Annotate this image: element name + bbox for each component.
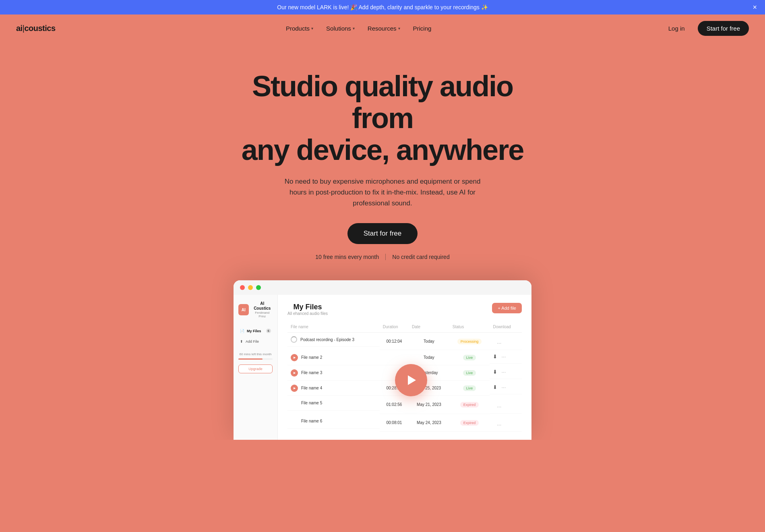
file-name: File name 6 xyxy=(301,419,322,423)
play-icon: ▶ xyxy=(291,369,298,377)
nav-item-pricing[interactable]: Pricing xyxy=(408,23,436,34)
status-badge: Expired xyxy=(460,402,479,408)
nav-right: Log in Start for free xyxy=(662,21,749,36)
sidebar-logo: AI AI Coustics Ferdinand Prinz xyxy=(238,301,273,318)
empty-icon xyxy=(291,417,298,424)
file-download-cell[interactable]: ⬇ ··· xyxy=(490,365,522,379)
file-download-cell[interactable]: ··· xyxy=(490,400,522,414)
file-date-cell: May 21, 2023 xyxy=(409,396,449,414)
hero-headline: Studio quality audio from any device, an… xyxy=(221,70,544,166)
divider xyxy=(385,254,386,260)
sidebar-logo-name: AI Coustics xyxy=(252,301,273,311)
file-date-cell: Today xyxy=(409,333,449,350)
sidebar-progress-fill xyxy=(238,358,263,360)
hero-subtext: No need to buy expensive microphones and… xyxy=(278,176,487,209)
file-icon: 📄 xyxy=(240,329,244,333)
more-options-icon[interactable]: ··· xyxy=(501,384,506,390)
download-icon[interactable]: ⬇ xyxy=(493,384,497,390)
file-status-cell: Expired xyxy=(449,396,490,414)
download-icon[interactable]: ⬇ xyxy=(493,369,497,375)
sidebar-item-addfile[interactable]: ⬆ Add File xyxy=(238,337,273,346)
table-header-row: File name Duration Date Status Download xyxy=(287,323,522,333)
file-duration-cell: 00:12:04 xyxy=(380,333,409,350)
announcement-text: Our new model LARK is live! 🎉 Add depth,… xyxy=(277,4,488,10)
col-header-status: Status xyxy=(449,323,490,333)
nav-link-solutions[interactable]: Solutions ▾ xyxy=(321,23,360,34)
app-body: AI AI Coustics Ferdinand Prinz 📄 My File… xyxy=(234,295,531,440)
file-download-cell[interactable]: ⬇ ··· xyxy=(490,381,522,394)
app-main-content: My Files All ehanced audio files + Add f… xyxy=(278,295,531,440)
status-badge: Processing xyxy=(457,339,482,344)
spinner-icon xyxy=(291,336,297,343)
download-icon[interactable]: ⬇ xyxy=(493,354,497,360)
file-duration-cell: 01:02:56 xyxy=(380,396,409,414)
play-icon: ▶ xyxy=(291,385,298,392)
file-name-cell: ▶ File name 2 xyxy=(287,350,380,365)
titlebar-dot-yellow xyxy=(248,285,253,290)
add-icon: ⬆ xyxy=(240,339,243,344)
announcement-close-button[interactable]: × xyxy=(753,4,757,11)
hero-sub-info: 10 free mins every month No credit card … xyxy=(8,254,757,260)
upgrade-button[interactable]: Upgrade xyxy=(238,364,273,373)
file-name: File name 3 xyxy=(301,371,322,375)
table-row: File name 6 00:08:01 May 24, 2023 Expire… xyxy=(287,414,522,432)
login-link[interactable]: Log in xyxy=(662,22,691,35)
sidebar-logo-icon: AI xyxy=(238,304,249,315)
app-sidebar: AI AI Coustics Ferdinand Prinz 📄 My File… xyxy=(234,295,278,440)
file-name-cell: ▶ File name 3 xyxy=(287,366,380,381)
main-subtitle: All ehanced audio files xyxy=(287,311,328,316)
nav-links: Products ▾ Solutions ▾ Resources ▾ Prici… xyxy=(281,23,436,34)
more-options-icon[interactable]: ··· xyxy=(497,404,501,410)
hero-start-free-button[interactable]: Start for free xyxy=(347,223,418,244)
app-preview: AI AI Coustics Ferdinand Prinz 📄 My File… xyxy=(234,280,531,440)
file-status-cell: Live xyxy=(449,365,490,381)
status-badge: Expired xyxy=(460,420,479,426)
more-options-icon[interactable]: ··· xyxy=(501,354,506,360)
nav-item-products[interactable]: Products ▾ xyxy=(281,23,318,34)
logo[interactable]: ai|coustics xyxy=(16,24,56,33)
col-header-download: Download xyxy=(490,323,522,333)
more-options-icon[interactable]: ··· xyxy=(497,422,501,428)
nav-link-pricing[interactable]: Pricing xyxy=(408,23,436,34)
col-header-date: Date xyxy=(409,323,449,333)
col-header-duration: Duration xyxy=(380,323,409,333)
file-status-cell: Processing xyxy=(449,333,490,350)
table-row: File name 5 01:02:56 May 21, 2023 Expire… xyxy=(287,396,522,414)
nav-item-solutions[interactable]: Solutions ▾ xyxy=(321,23,360,34)
chevron-down-icon: ▾ xyxy=(353,26,355,31)
hero-free-mins: 10 free mins every month xyxy=(315,254,379,260)
file-status-cell: Live xyxy=(449,350,490,365)
announcement-banner: Our new model LARK is live! 🎉 Add depth,… xyxy=(0,0,765,14)
file-download-cell[interactable]: ⬇ ··· xyxy=(490,350,522,364)
file-download-cell[interactable]: ··· xyxy=(490,418,522,432)
file-name-cell: File name 5 xyxy=(287,396,380,411)
empty-icon xyxy=(291,400,298,407)
file-date-cell: May 24, 2023 xyxy=(409,414,449,432)
files-count-badge: 6 xyxy=(266,329,271,333)
play-overlay-button[interactable] xyxy=(395,364,427,396)
main-header: My Files All ehanced audio files + Add f… xyxy=(287,303,522,321)
nav-link-products[interactable]: Products ▾ xyxy=(281,23,318,34)
file-name-cell: ▶ File name 4 xyxy=(287,381,380,396)
app-titlebar xyxy=(234,280,531,295)
more-options-icon[interactable]: ··· xyxy=(497,340,501,346)
file-name: File name 2 xyxy=(301,355,322,360)
file-download-cell[interactable]: ··· xyxy=(490,336,522,350)
file-date-cell: Today xyxy=(409,350,449,365)
navbar: ai|coustics Products ▾ Solutions ▾ Resou… xyxy=(0,14,765,42)
nav-item-resources[interactable]: Resources ▾ xyxy=(363,23,405,34)
status-badge: Live xyxy=(463,385,476,391)
file-status-cell: Expired xyxy=(449,414,490,432)
col-header-filename: File name xyxy=(287,323,380,333)
titlebar-dot-red xyxy=(240,285,245,290)
play-triangle-icon xyxy=(408,375,416,385)
sidebar-item-myfiles[interactable]: 📄 My Files 6 xyxy=(238,326,273,335)
add-file-button[interactable]: + Add file xyxy=(492,303,522,313)
file-name: File name 5 xyxy=(301,401,322,405)
main-title: My Files xyxy=(287,303,328,311)
more-options-icon[interactable]: ··· xyxy=(501,369,506,375)
nav-start-free-button[interactable]: Start for free xyxy=(698,21,749,36)
nav-link-resources[interactable]: Resources ▾ xyxy=(363,23,405,34)
hero-no-credit-card: No credit card required xyxy=(392,254,449,260)
file-name-cell: File name 6 xyxy=(287,414,380,428)
